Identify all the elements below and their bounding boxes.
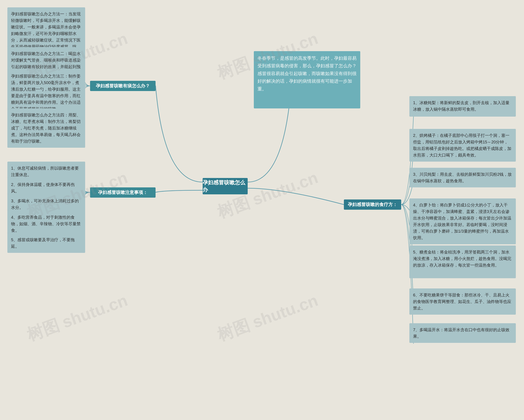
right-branch2-item2: 2、烘烤橘子：在橘子底部中心用筷子打一个洞，塞一些盐，用铝箔纸包好之后放入烤箱中… <box>409 129 516 162</box>
right-branch2-item5: 5、糖煮金桔：将金桔洗净，用牙签戳两三个洞，加水淹没煮沸，加入冰糖，用小火熬烂，… <box>409 246 516 278</box>
right-branch2-header: 孕妇感冒咳嗽的食疗方： <box>344 199 401 210</box>
left-branch1-item4: 孕妇感冒咳嗽怎么办之方法四：用梨、冰糖、红枣煮水喝：制作方法，将梨切成丁，与红枣… <box>7 108 85 148</box>
right-branch2-item3: 3、川贝炖梨：用去皮、去核的新鲜梨加川贝粉2钱，放在锅中隔水蒸软，趁热食用。 <box>409 168 516 187</box>
central-node: 孕妇感冒咳嗽怎么办 <box>203 178 248 194</box>
left-branch1-header: 孕妇感冒咳嗽有痰怎么办？ <box>90 81 156 91</box>
left-branch2-item4: 4、多吃营养食品，对于刺激性的食物，如烟、酒、辛辣物、冷饮等尽量禁食。 <box>7 211 85 237</box>
right-branch2-item4: 4、白萝卜饴：将白萝卜切成1公分大的小丁，放入干燥、干净容器中，加满蜂蜜、盖紧，… <box>409 198 516 244</box>
watermark-6: 树图 shutu.cn <box>214 290 321 346</box>
left-branch2-header: 孕妇感冒咳嗽注意事项： <box>90 187 156 198</box>
left-branch2-item5: 5、感冒或咳嗽要及早治疗，不要拖延。 <box>7 233 85 253</box>
watermark-4: 树图 shutu.cn <box>214 167 321 224</box>
right-branch2-item6: 6、不要吃糖果饼干等甜食：那些冰冷、干、且易上火的食物医学教育网整理、如花生、瓜… <box>409 288 516 315</box>
right-branch2-item7: 7、多喝温开水：将温开水含在口中也有很好的止咳效果。 <box>409 323 516 343</box>
right-branch2-item1: 1、冰糖炖梨：将新鲜的梨去皮，剖开去核，加入适量冰糖，放入锅中隔水蒸软即可食用。 <box>409 96 516 117</box>
right-branch1-text: 冬春季节，是感冒的高发季节。此时，孕妇最容易受到感冒病毒的侵害，那么，孕妇感冒了… <box>254 51 360 108</box>
watermark-5: 树图 shutu.cn <box>24 290 131 346</box>
